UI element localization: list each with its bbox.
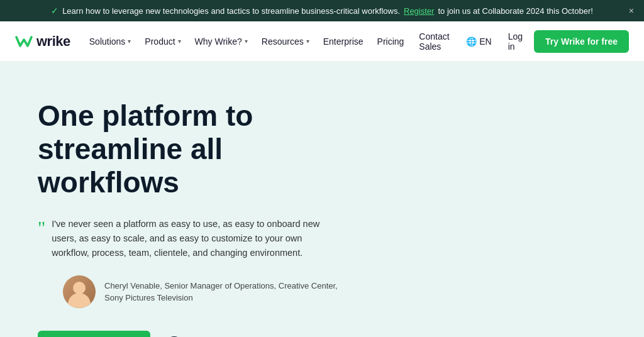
banner-register-link[interactable]: Register	[404, 6, 434, 16]
person-info: Cheryl Venable, Senior Manager of Operat…	[104, 280, 338, 304]
globe-icon: 🌐	[466, 36, 477, 47]
nav-right: Contact Sales 🌐 EN Log in Try Wrike for …	[413, 26, 629, 57]
try-wrike-hero-button[interactable]: Try Wrike for free	[38, 331, 150, 337]
language-label: EN	[479, 36, 491, 47]
quote-text: I've never seen a platform as easy to us…	[52, 217, 340, 261]
nav-item-resources[interactable]: Resources ▾	[255, 31, 316, 52]
logo[interactable]: wrike	[15, 33, 70, 50]
testimonial-person: Cheryl Venable, Senior Manager of Operat…	[63, 275, 340, 308]
language-selector[interactable]: 🌐 EN	[461, 31, 496, 52]
quote-block: " I've never seen a platform as easy to …	[38, 217, 340, 261]
banner-close-button[interactable]: ×	[629, 6, 634, 16]
chevron-down-icon: ▾	[306, 38, 309, 45]
avatar-image	[63, 275, 96, 308]
main-navbar: wrike Solutions ▾ Product ▾ Why Wrike? ▾…	[0, 21, 644, 62]
chevron-down-icon: ▾	[128, 38, 131, 45]
announcement-banner: ✓ Learn how to leverage new technologies…	[0, 0, 644, 21]
check-icon: ✓	[51, 6, 58, 16]
login-link[interactable]: Log in	[502, 26, 529, 57]
quote-mark-icon: "	[38, 218, 45, 237]
try-wrike-nav-button[interactable]: Try Wrike for free	[534, 30, 629, 53]
logo-wordmark: wrike	[36, 33, 70, 50]
chevron-down-icon: ▾	[178, 38, 181, 45]
banner-suffix: to join us at Collaborate 2024 this Octo…	[438, 6, 592, 16]
contact-sales-link[interactable]: Contact Sales	[413, 26, 456, 57]
hero-content: One platform to streamline all workflows…	[0, 62, 377, 337]
nav-item-product[interactable]: Product ▾	[138, 31, 187, 52]
hero-title: One platform to streamline all workflows	[38, 99, 340, 199]
hero-section: One platform to streamline all workflows…	[0, 62, 644, 337]
nav-item-why-wrike[interactable]: Why Wrike? ▾	[189, 31, 254, 52]
person-company: Sony Pictures Television	[104, 293, 193, 302]
person-name: Cheryl Venable, Senior Manager of Operat…	[104, 281, 338, 290]
nav-item-solutions[interactable]: Solutions ▾	[83, 31, 138, 52]
banner-text: Learn how to leverage new technologies a…	[62, 6, 400, 16]
cta-row: Try Wrike for free ▶ Discover Wrike in 3…	[38, 331, 340, 337]
nav-item-enterprise[interactable]: Enterprise	[317, 31, 370, 52]
wrike-logo-icon	[15, 35, 33, 48]
avatar	[63, 275, 96, 308]
chevron-down-icon: ▾	[245, 38, 248, 45]
nav-item-pricing[interactable]: Pricing	[371, 31, 411, 52]
nav-links: Solutions ▾ Product ▾ Why Wrike? ▾ Resou…	[83, 31, 411, 52]
